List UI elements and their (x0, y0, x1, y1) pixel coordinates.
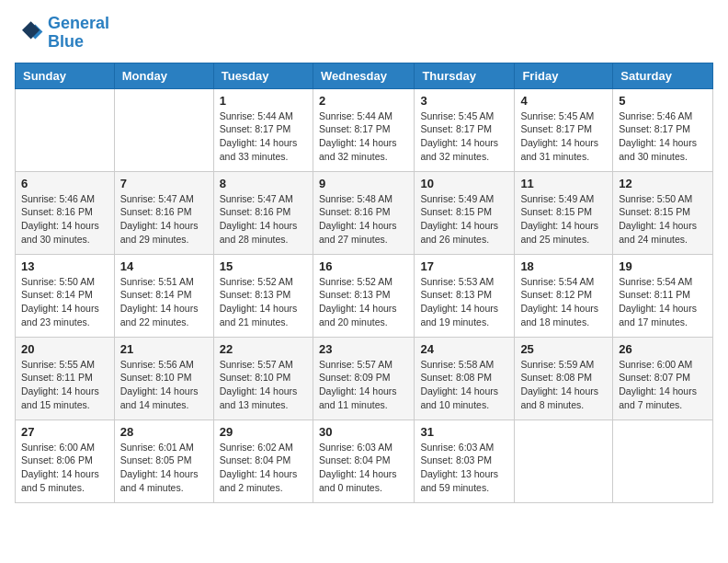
day-info: Sunrise: 5:54 AM Sunset: 8:12 PM Dayligh… (520, 275, 607, 329)
header-sunday: Sunday (16, 63, 115, 88)
day-number: 21 (120, 342, 208, 356)
header-wednesday: Wednesday (313, 63, 414, 88)
calendar-cell: 15Sunrise: 5:52 AM Sunset: 8:13 PM Dayli… (213, 254, 313, 337)
day-info: Sunrise: 5:48 AM Sunset: 8:16 PM Dayligh… (319, 192, 408, 247)
day-number: 31 (420, 425, 508, 439)
day-info: Sunrise: 5:44 AM Sunset: 8:17 PM Dayligh… (319, 109, 408, 164)
calendar-header-row: SundayMondayTuesdayWednesdayThursdayFrid… (16, 63, 713, 88)
calendar-cell: 6Sunrise: 5:46 AM Sunset: 8:16 PM Daylig… (16, 171, 115, 254)
calendar-cell: 23Sunrise: 5:57 AM Sunset: 8:09 PM Dayli… (313, 337, 414, 419)
calendar-cell (613, 419, 713, 502)
day-number: 8 (220, 177, 307, 190)
day-info: Sunrise: 5:57 AM Sunset: 8:09 PM Dayligh… (319, 358, 408, 412)
day-info: Sunrise: 5:54 AM Sunset: 8:11 PM Dayligh… (619, 275, 707, 329)
day-info: Sunrise: 5:46 AM Sunset: 8:17 PM Dayligh… (619, 109, 707, 164)
day-number: 10 (420, 177, 508, 190)
calendar-cell: 26Sunrise: 6:00 AM Sunset: 8:07 PM Dayli… (613, 337, 713, 419)
calendar-cell: 25Sunrise: 5:59 AM Sunset: 8:08 PM Dayli… (515, 337, 613, 419)
calendar-cell: 21Sunrise: 5:56 AM Sunset: 8:10 PM Dayli… (114, 337, 213, 419)
day-number: 11 (520, 177, 607, 190)
calendar-week-4: 20Sunrise: 5:55 AM Sunset: 8:11 PM Dayli… (16, 337, 713, 419)
day-info: Sunrise: 6:00 AM Sunset: 8:06 PM Dayligh… (21, 441, 108, 495)
calendar-cell (16, 88, 115, 171)
logo: General Blue (15, 15, 109, 52)
logo-text: General Blue (48, 15, 109, 52)
calendar-cell: 19Sunrise: 5:54 AM Sunset: 8:11 PM Dayli… (613, 254, 713, 337)
day-number: 25 (520, 342, 607, 356)
calendar-cell: 14Sunrise: 5:51 AM Sunset: 8:14 PM Dayli… (114, 254, 213, 337)
day-info: Sunrise: 5:45 AM Sunset: 8:17 PM Dayligh… (420, 109, 508, 164)
day-info: Sunrise: 6:03 AM Sunset: 8:03 PM Dayligh… (420, 441, 508, 495)
calendar-cell: 7Sunrise: 5:47 AM Sunset: 8:16 PM Daylig… (114, 171, 213, 254)
calendar-cell: 1Sunrise: 5:44 AM Sunset: 8:17 PM Daylig… (213, 88, 313, 171)
header-friday: Friday (515, 63, 613, 88)
day-info: Sunrise: 5:58 AM Sunset: 8:08 PM Dayligh… (420, 358, 508, 412)
day-info: Sunrise: 5:45 AM Sunset: 8:17 PM Dayligh… (520, 109, 607, 164)
calendar-cell: 3Sunrise: 5:45 AM Sunset: 8:17 PM Daylig… (415, 88, 515, 171)
day-info: Sunrise: 5:55 AM Sunset: 8:11 PM Dayligh… (21, 358, 108, 412)
calendar-cell: 20Sunrise: 5:55 AM Sunset: 8:11 PM Dayli… (16, 337, 115, 419)
calendar-cell: 13Sunrise: 5:50 AM Sunset: 8:14 PM Dayli… (16, 254, 115, 337)
day-info: Sunrise: 6:01 AM Sunset: 8:05 PM Dayligh… (120, 441, 208, 495)
calendar-week-3: 13Sunrise: 5:50 AM Sunset: 8:14 PM Dayli… (16, 254, 713, 337)
day-number: 26 (619, 342, 707, 356)
day-info: Sunrise: 5:52 AM Sunset: 8:13 PM Dayligh… (319, 275, 408, 329)
day-number: 30 (319, 425, 408, 439)
calendar-cell: 24Sunrise: 5:58 AM Sunset: 8:08 PM Dayli… (415, 337, 515, 419)
calendar-cell (114, 88, 213, 171)
calendar-cell: 27Sunrise: 6:00 AM Sunset: 8:06 PM Dayli… (16, 419, 115, 502)
calendar-week-1: 1Sunrise: 5:44 AM Sunset: 8:17 PM Daylig… (16, 88, 713, 171)
day-number: 9 (319, 177, 408, 190)
day-number: 17 (420, 259, 508, 273)
day-number: 28 (120, 425, 208, 439)
calendar-cell (515, 419, 613, 502)
day-info: Sunrise: 5:47 AM Sunset: 8:16 PM Dayligh… (220, 192, 307, 247)
calendar-cell: 30Sunrise: 6:03 AM Sunset: 8:04 PM Dayli… (313, 419, 414, 502)
day-info: Sunrise: 5:49 AM Sunset: 8:15 PM Dayligh… (420, 192, 508, 247)
calendar-cell: 11Sunrise: 5:49 AM Sunset: 8:15 PM Dayli… (515, 171, 613, 254)
day-number: 29 (220, 425, 307, 439)
calendar-week-2: 6Sunrise: 5:46 AM Sunset: 8:16 PM Daylig… (16, 171, 713, 254)
calendar-cell: 22Sunrise: 5:57 AM Sunset: 8:10 PM Dayli… (213, 337, 313, 419)
day-info: Sunrise: 5:53 AM Sunset: 8:13 PM Dayligh… (420, 275, 508, 329)
day-info: Sunrise: 5:56 AM Sunset: 8:10 PM Dayligh… (120, 358, 208, 412)
calendar-cell: 8Sunrise: 5:47 AM Sunset: 8:16 PM Daylig… (213, 171, 313, 254)
calendar-cell: 28Sunrise: 6:01 AM Sunset: 8:05 PM Dayli… (114, 419, 213, 502)
header-monday: Monday (114, 63, 213, 88)
day-info: Sunrise: 5:50 AM Sunset: 8:15 PM Dayligh… (619, 192, 707, 247)
day-number: 12 (619, 177, 707, 190)
calendar-cell: 17Sunrise: 5:53 AM Sunset: 8:13 PM Dayli… (415, 254, 515, 337)
day-number: 1 (220, 94, 307, 108)
calendar-cell: 16Sunrise: 5:52 AM Sunset: 8:13 PM Dayli… (313, 254, 414, 337)
day-info: Sunrise: 5:44 AM Sunset: 8:17 PM Dayligh… (220, 109, 307, 164)
calendar-cell: 2Sunrise: 5:44 AM Sunset: 8:17 PM Daylig… (313, 88, 414, 171)
calendar-week-5: 27Sunrise: 6:00 AM Sunset: 8:06 PM Dayli… (16, 419, 713, 502)
day-number: 23 (319, 342, 408, 356)
day-number: 2 (319, 94, 408, 108)
calendar-cell: 12Sunrise: 5:50 AM Sunset: 8:15 PM Dayli… (613, 171, 713, 254)
day-number: 13 (21, 259, 108, 273)
day-info: Sunrise: 5:57 AM Sunset: 8:10 PM Dayligh… (220, 358, 307, 412)
day-number: 4 (520, 94, 607, 108)
page-header: General Blue (15, 15, 713, 52)
day-info: Sunrise: 5:59 AM Sunset: 8:08 PM Dayligh… (520, 358, 607, 412)
day-number: 7 (120, 177, 208, 190)
day-number: 20 (21, 342, 108, 356)
day-number: 22 (220, 342, 307, 356)
header-saturday: Saturday (613, 63, 713, 88)
day-number: 18 (520, 259, 607, 273)
calendar-cell: 4Sunrise: 5:45 AM Sunset: 8:17 PM Daylig… (515, 88, 613, 171)
header-tuesday: Tuesday (213, 63, 313, 88)
calendar-cell: 5Sunrise: 5:46 AM Sunset: 8:17 PM Daylig… (613, 88, 713, 171)
calendar-cell: 10Sunrise: 5:49 AM Sunset: 8:15 PM Dayli… (415, 171, 515, 254)
calendar-table: SundayMondayTuesdayWednesdayThursdayFrid… (15, 63, 713, 503)
logo-icon (15, 18, 44, 48)
day-info: Sunrise: 5:47 AM Sunset: 8:16 PM Dayligh… (120, 192, 208, 247)
header-thursday: Thursday (415, 63, 515, 88)
day-info: Sunrise: 5:51 AM Sunset: 8:14 PM Dayligh… (120, 275, 208, 329)
calendar-cell: 31Sunrise: 6:03 AM Sunset: 8:03 PM Dayli… (415, 419, 515, 502)
day-number: 27 (21, 425, 108, 439)
day-number: 19 (619, 259, 707, 273)
day-number: 14 (120, 259, 208, 273)
calendar-cell: 18Sunrise: 5:54 AM Sunset: 8:12 PM Dayli… (515, 254, 613, 337)
